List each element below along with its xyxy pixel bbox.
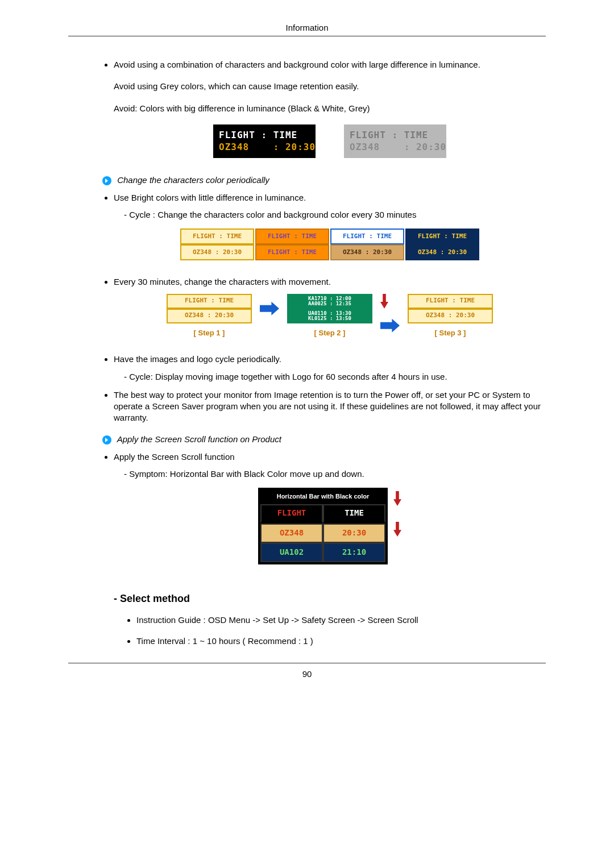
scroll-caption: Horizontal Bar with Black color: [260, 490, 385, 504]
arrow-bullet-icon: [102, 176, 111, 185]
cycle-cell-1b: OZ348 : 20:30: [180, 244, 254, 260]
avoid-grey-text: Avoid using Grey colors, which can cause…: [114, 81, 546, 92]
step1-label: [ Step 1 ]: [194, 328, 225, 338]
avoid-luminance-text: Avoid: Colors with big difference in lum…: [114, 103, 546, 114]
scroll-h2: TIME: [323, 504, 385, 524]
movement-figure: FLIGHT : TIME OZ348 : 20:30 [ Step 1 ] K…: [114, 294, 546, 338]
best-way-item: The best way to protect your monitor fro…: [114, 389, 546, 424]
scroll-r2b: 20:30: [323, 524, 385, 543]
flight-box-grey: FLIGHT : TIME OZ348 : 20:30: [344, 124, 446, 158]
instruction-guide-item: Instruction Guide : OSD Menu -> Set Up -…: [136, 615, 546, 625]
scroll-figure: Horizontal Bar with Black color FLIGHT T…: [114, 488, 546, 564]
arrow-bullet-icon-2: [102, 435, 111, 445]
arrow-down-icon-3: [393, 522, 401, 537]
step3-label: [ Step 3 ]: [435, 328, 466, 338]
time-interval-item: Time Interval : 1 ~ 10 hours ( Recommend…: [136, 636, 546, 646]
scroll-r3a: UA102: [260, 543, 323, 562]
cycle-cell-3b: OZ348 : 20:30: [330, 244, 404, 260]
step3-bot: OZ348 : 20:30: [408, 309, 493, 323]
section-change-colors-text: Change the characters color periodically: [117, 175, 269, 185]
page-header: Information: [68, 23, 546, 36]
arrow-right-icon: [260, 302, 279, 315]
flight-row2: OZ348 : 20:30: [219, 141, 310, 153]
main-content: Avoid using a combination of characters …: [68, 59, 546, 646]
section-screen-scroll: Apply the Screen Scroll function on Prod…: [102, 434, 546, 445]
select-method-heading: - Select method: [114, 593, 546, 605]
step2-bot: UA0110 : 13:30 KL0125 : 13:50: [287, 309, 372, 323]
scroll-r3b: 21:10: [323, 543, 385, 562]
arrow-down-icon-2: [393, 491, 401, 506]
avoid-combination-item: Avoid using a combination of characters …: [114, 59, 546, 158]
step2-label: [ Step 2 ]: [314, 328, 346, 338]
scroll-table: Horizontal Bar with Black color FLIGHT T…: [258, 488, 388, 564]
cycle-cell-3a: FLIGHT : TIME: [330, 229, 404, 244]
scroll-r2a: OZ348: [260, 524, 323, 543]
section-change-colors: Change the characters color periodically: [102, 175, 546, 185]
flight-row1-grey: FLIGHT : TIME: [350, 129, 441, 142]
header-title: Information: [285, 23, 328, 32]
flight-row2-grey: OZ348 : 20:30: [350, 141, 441, 153]
section-screen-scroll-text: Apply the Screen Scroll function on Prod…: [117, 434, 281, 444]
step1-bot: OZ348 : 20:30: [167, 309, 252, 323]
flight-box-dark: FLIGHT : TIME OZ348 : 20:30: [213, 124, 316, 158]
page-number: 90: [302, 669, 312, 679]
bright-colors-item: Use Bright colors with little difference…: [114, 192, 546, 261]
avoid-combination-text: Avoid using a combination of characters …: [114, 59, 546, 70]
apply-scroll-item: Apply the Screen Scroll function - Sympt…: [114, 451, 546, 564]
arrow-down-icon: [380, 294, 388, 309]
step1-top: FLIGHT : TIME: [167, 294, 252, 309]
cycle-cell-1a: FLIGHT : TIME: [180, 229, 254, 244]
best-way-text: The best way to protect your monitor fro…: [114, 390, 541, 423]
cycle-cell-2a: FLIGHT : TIME: [255, 229, 329, 244]
cycle-cell-2b: FLIGHT : TIME: [255, 244, 329, 260]
page-footer: 90: [68, 663, 546, 679]
flight-row1: FLIGHT : TIME: [219, 129, 310, 142]
logo-cycle-item: Have the images and logo cycle periodica…: [114, 354, 546, 383]
bright-colors-text: Use Bright colors with little difference…: [114, 193, 306, 202]
logo-cycle-sub: - Cycle: Display moving image together w…: [114, 371, 546, 383]
color-cycle-figure: FLIGHT : TIME OZ348 : 20:30 FLIGHT : TIM…: [114, 229, 546, 260]
step3-top: FLIGHT : TIME: [408, 294, 493, 309]
movement-item: Every 30 minutes, change the characters …: [114, 276, 546, 338]
scroll-h1: FLIGHT: [260, 504, 323, 524]
cycle-cell-4a: FLIGHT : TIME: [405, 229, 479, 244]
arrow-right-icon-2: [380, 319, 400, 333]
apply-scroll-text: Apply the Screen Scroll function: [114, 452, 235, 462]
step2-top: KA1710 : 12:00 AA0025 : 12:35: [287, 294, 372, 309]
flight-sample-figure: FLIGHT : TIME OZ348 : 20:30 FLIGHT : TIM…: [114, 124, 546, 158]
logo-cycle-text: Have the images and logo cycle periodica…: [114, 354, 281, 364]
apply-scroll-sub: - Symptom: Horizontal Bar with Black Col…: [114, 468, 546, 480]
cycle-cell-4b: OZ348 : 20:30: [405, 244, 479, 260]
bright-colors-sub: - Cycle : Change the characters color an…: [114, 209, 546, 221]
movement-text: Every 30 minutes, change the characters …: [114, 277, 331, 286]
